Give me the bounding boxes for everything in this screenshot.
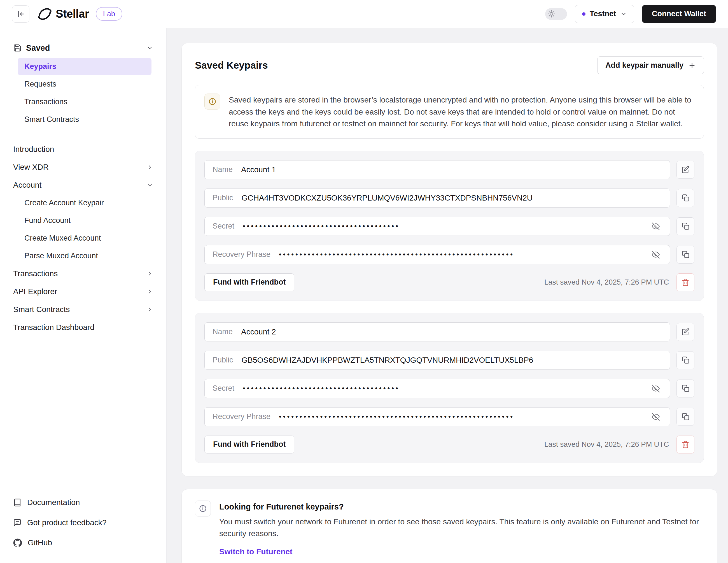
brand-name: Stellar: [56, 8, 89, 20]
sidebar-item-view-xdr[interactable]: View XDR: [9, 158, 157, 176]
copy-icon: [682, 194, 689, 202]
secret-key-field[interactable]: Secret •••••••••••••••••••••••••••••••••…: [204, 379, 670, 398]
name-value: Account 2: [241, 328, 276, 337]
toggle-recovery-visibility-button[interactable]: [650, 411, 662, 423]
sidebar-item-create-muxed-account[interactable]: Create Muxed Account: [9, 229, 157, 247]
copy-recovery-button[interactable]: [676, 408, 694, 426]
copy-secret-button[interactable]: [676, 217, 694, 235]
copy-public-button[interactable]: [676, 351, 694, 369]
last-saved-text: Last saved Nov 4, 2025, 7:26 PM UTC: [544, 278, 669, 287]
toggle-secret-visibility-button[interactable]: [650, 220, 662, 232]
info-icon: [204, 93, 220, 109]
chevron-down-icon: [146, 45, 153, 51]
sidebar-item-saved-transactions[interactable]: Transactions: [18, 93, 151, 111]
trash-icon: [682, 441, 689, 449]
sidebar-item-keypairs[interactable]: Keypairs: [18, 58, 151, 75]
chevron-down-icon: [146, 182, 153, 188]
public-key-field[interactable]: Public GB5OS6DWHZAJDVHKPPBWZTLA5TNRXTQJG…: [204, 351, 670, 370]
eye-off-icon: [652, 385, 660, 393]
sidebar-item-transaction-dashboard[interactable]: Transaction Dashboard: [9, 319, 157, 337]
network-status-dot: [582, 12, 585, 16]
eye-off-icon: [652, 413, 660, 421]
keypair-card-account-2: Name Account 2 Public GB5OS6DWHZAJDVHKPP…: [195, 313, 704, 463]
edit-name-button[interactable]: [676, 161, 694, 179]
edit-name-button[interactable]: [676, 323, 694, 341]
futurenet-info-card: Looking for Futurenet keypairs? You must…: [181, 489, 717, 563]
sidebar-item-feedback[interactable]: Got product feedback?: [13, 513, 153, 533]
eye-off-icon: [652, 251, 660, 258]
recovery-phrase-field[interactable]: Recovery Phrase ••••••••••••••••••••••••…: [204, 407, 670, 426]
toggle-secret-visibility-button[interactable]: [650, 382, 662, 395]
public-key-value: GCHA4HT3VODKCXZU5OK36YRPLUMQV6WI2JWHY33C…: [242, 193, 533, 202]
edit-icon: [682, 166, 689, 173]
theme-toggle[interactable]: [545, 8, 567, 20]
recovery-phrase-masked: ••••••••••••••••••••••••••••••••••••••••…: [279, 250, 514, 258]
sidebar-section-saved[interactable]: Saved: [9, 39, 157, 57]
copy-public-button[interactable]: [676, 189, 694, 207]
copy-icon: [682, 251, 689, 258]
keypair-card-account-1: Name Account 1 Public GCHA4HT3VODKCXZU5O…: [195, 151, 704, 301]
public-key-value: GB5OS6DWHZAJDVHKPPBWZTLA5TNRXTQJGQTVNURM…: [242, 356, 533, 365]
plus-icon: [688, 62, 696, 69]
delete-keypair-button[interactable]: [676, 273, 694, 291]
copy-secret-button[interactable]: [676, 380, 694, 398]
secret-key-masked: ••••••••••••••••••••••••••••••••••••••: [243, 384, 400, 393]
chevron-right-icon: [146, 164, 153, 170]
sidebar-item-smart-contracts[interactable]: Smart Contracts: [9, 301, 157, 319]
sidebar-item-transactions[interactable]: Transactions: [9, 265, 157, 283]
name-value: Account 1: [241, 165, 276, 174]
chevron-right-icon: [146, 270, 153, 277]
collapse-sidebar-button[interactable]: [12, 5, 29, 23]
github-icon: [13, 538, 22, 547]
copy-recovery-button[interactable]: [676, 246, 694, 263]
page-title: Saved Keypairs: [195, 60, 268, 71]
sidebar-divider: [13, 135, 153, 135]
stellar-logo: [38, 7, 52, 21]
eye-off-icon: [652, 222, 660, 230]
secret-key-field[interactable]: Secret •••••••••••••••••••••••••••••••••…: [204, 217, 670, 236]
recovery-phrase-field[interactable]: Recovery Phrase ••••••••••••••••••••••••…: [204, 245, 670, 264]
public-key-field[interactable]: Public GCHA4HT3VODKCXZU5OK36YRPLUMQV6WI2…: [204, 188, 670, 207]
fund-with-friendbot-button[interactable]: Fund with Friendbot: [204, 273, 294, 291]
add-keypair-button[interactable]: Add keypair manually: [597, 56, 704, 74]
book-icon: [13, 498, 22, 507]
delete-keypair-button[interactable]: [676, 436, 694, 454]
feedback-icon: [13, 518, 22, 527]
network-selector[interactable]: Testnet: [575, 5, 634, 23]
sidebar-item-github[interactable]: GitHub: [13, 533, 153, 553]
toggle-recovery-visibility-button[interactable]: [650, 248, 662, 261]
switch-to-futurenet-link[interactable]: Switch to Futurenet: [219, 547, 292, 556]
fund-with-friendbot-button[interactable]: Fund with Friendbot: [204, 436, 294, 454]
connect-wallet-button[interactable]: Connect Wallet: [642, 5, 716, 23]
futurenet-title: Looking for Futurenet keypairs?: [219, 501, 701, 511]
saved-keypairs-card: Saved Keypairs Add keypair manually Save…: [181, 43, 717, 477]
sidebar-item-create-account-keypair[interactable]: Create Account Keypair: [9, 194, 157, 212]
sidebar-section-saved-label: Saved: [26, 43, 50, 53]
warning-banner: Saved keypairs are stored in the browser…: [195, 85, 704, 139]
sidebar-item-requests[interactable]: Requests: [18, 75, 151, 93]
sidebar-item-fund-account[interactable]: Fund Account: [9, 212, 157, 229]
secret-key-masked: ••••••••••••••••••••••••••••••••••••••: [243, 222, 400, 230]
page: Stellar Lab Testnet Connect Wallet: [0, 0, 728, 563]
copy-icon: [682, 356, 689, 364]
main-content: Saved Keypairs Add keypair manually Save…: [167, 28, 728, 563]
chevron-down-icon: [620, 11, 627, 17]
sidebar: Saved Keypairs Requests Transactions Sma…: [0, 28, 167, 563]
name-field[interactable]: Name Account 2: [204, 323, 670, 342]
sidebar-item-documentation[interactable]: Documentation: [13, 492, 153, 513]
lab-badge: Lab: [96, 7, 122, 21]
sidebar-item-introduction[interactable]: Introduction: [9, 140, 157, 158]
last-saved-text: Last saved Nov 4, 2025, 7:26 PM UTC: [544, 440, 669, 449]
sidebar-item-saved-smart-contracts[interactable]: Smart Contracts: [18, 111, 151, 128]
sidebar-footer: Documentation Got product feedback? GitH…: [0, 484, 166, 563]
chevron-right-icon: [146, 288, 153, 295]
sidebar-item-api-explorer[interactable]: API Explorer: [9, 283, 157, 301]
top-header: Stellar Lab Testnet Connect Wallet: [0, 0, 728, 28]
name-field[interactable]: Name Account 1: [204, 160, 670, 179]
copy-icon: [682, 222, 689, 230]
warning-text: Saved keypairs are stored in the browser…: [229, 93, 694, 130]
sidebar-item-parse-muxed-account[interactable]: Parse Muxed Account: [9, 247, 157, 265]
sidebar-item-account[interactable]: Account: [9, 176, 157, 194]
futurenet-body: You must switch your network to Futurene…: [219, 516, 701, 539]
chevron-right-icon: [146, 306, 153, 313]
